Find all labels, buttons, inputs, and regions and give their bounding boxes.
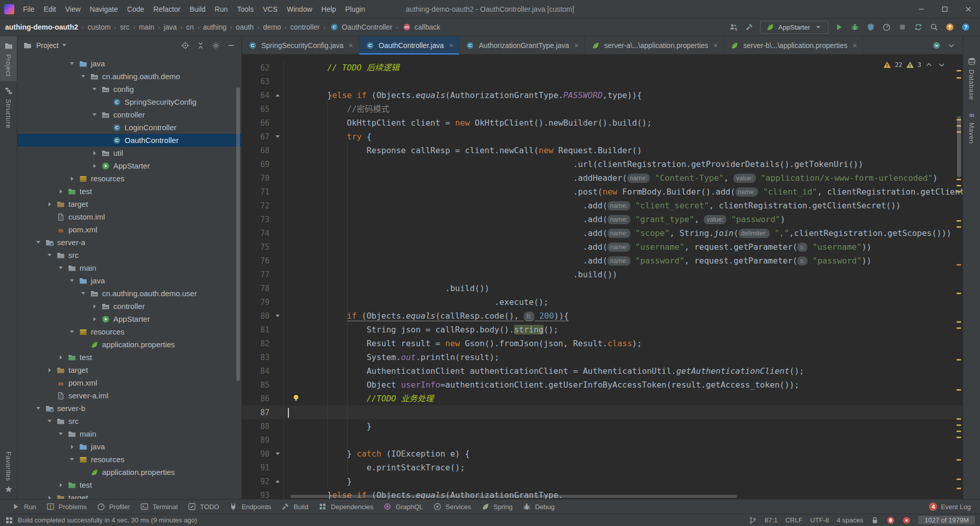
line-number[interactable]: 82 <box>242 339 272 348</box>
menu-vcs[interactable]: VCS <box>258 3 282 15</box>
code-line[interactable]: 62 // TODO 后续逻辑 <box>242 61 963 75</box>
stripe-warning-mark[interactable] <box>957 459 961 461</box>
code-line[interactable]: 88 } <box>242 419 963 433</box>
line-ending-selector[interactable]: CRLF <box>785 516 802 524</box>
tree-item[interactable]: application.properties <box>17 338 241 351</box>
line-number[interactable]: 91 <box>242 463 272 472</box>
collapse-icon[interactable] <box>195 40 206 51</box>
stripe-warning-mark[interactable] <box>957 185 961 186</box>
tool-window-button-terminal[interactable]: Terminal <box>135 499 182 514</box>
tree-item[interactable]: src <box>17 415 241 427</box>
tool-window-button-spring[interactable]: Spring <box>476 499 518 514</box>
tree-item[interactable]: config <box>17 83 241 95</box>
code-line[interactable]: 87 <box>242 405 963 419</box>
code-line-text[interactable]: //密码模式 <box>284 102 389 116</box>
gear-icon[interactable] <box>211 40 221 51</box>
tool-strip-tab-project[interactable]: Project <box>0 36 17 81</box>
code-line[interactable]: 68 Response callResp = client.newCall(ne… <box>242 144 963 157</box>
code-line[interactable]: 65 //密码模式 <box>242 102 963 116</box>
stripe-warning-mark[interactable] <box>957 359 961 361</box>
breadcrumb-item[interactable]: oauth <box>236 23 254 31</box>
tree-item[interactable]: controller <box>17 300 241 313</box>
line-number[interactable]: 90 <box>242 449 272 459</box>
editor-tab[interactable]: CSpringSecurityConfig.java× <box>242 36 359 54</box>
memory-indicator[interactable]: 1027 of 1979M <box>918 516 975 524</box>
code-line[interactable]: 67 try { <box>242 130 963 144</box>
tab-close-icon[interactable]: × <box>852 41 857 50</box>
code-line[interactable]: 73 .add(name: "grant_type", value: "pass… <box>242 212 963 226</box>
code-line-text[interactable]: .build()) <box>284 268 617 281</box>
line-number[interactable]: 76 <box>242 256 272 266</box>
inspections-widget[interactable]: 223 <box>879 59 949 71</box>
tree-item[interactable]: cn.authing.oauth.demo <box>17 70 241 83</box>
stripe-warning-mark[interactable] <box>957 321 961 323</box>
editor-tab[interactable]: CAuthorizationGrantType.java× <box>459 36 584 54</box>
tool-window-button-problems[interactable]: Problems <box>41 499 91 514</box>
tree-item[interactable]: java <box>17 440 241 453</box>
tree-chevron-icon[interactable] <box>68 62 76 65</box>
tree-item[interactable]: application.properties <box>17 466 241 479</box>
stripe-warning-mark[interactable] <box>957 70 961 71</box>
stripe-warning-mark[interactable] <box>957 418 961 420</box>
fold-marker[interactable] <box>272 309 284 323</box>
line-number[interactable]: 63 <box>242 77 272 86</box>
menu-refactor[interactable]: Refactor <box>149 3 185 15</box>
tool-window-button-todo[interactable]: TODO <box>182 499 224 514</box>
code-line-text[interactable]: OkHttpClient client = new OkHttpClient()… <box>284 116 652 130</box>
line-number[interactable]: 81 <box>242 325 272 334</box>
code-line-text[interactable]: .add(name: "grant_type", value: "passwor… <box>284 212 785 226</box>
code-line[interactable]: 91 e.printStackTrace(); <box>242 461 963 474</box>
tool-window-button-graphql[interactable]: GraphQL <box>378 499 427 514</box>
tab-close-icon[interactable]: × <box>349 41 353 50</box>
line-number[interactable]: 87 <box>242 408 272 417</box>
code-line[interactable]: 64 }else if (Objects.equals(Authorizatio… <box>242 88 963 102</box>
line-number[interactable]: 70 <box>242 174 272 183</box>
tree-chevron-icon[interactable] <box>57 433 64 435</box>
code-line[interactable]: 89 <box>242 433 963 447</box>
code-line-text[interactable]: .url(clientRegistration.getProviderDetai… <box>284 157 863 171</box>
tree-item[interactable]: server-a.iml <box>17 389 241 402</box>
tool-window-button-services[interactable]: Services <box>428 499 476 514</box>
code-line[interactable]: 85 Object userInfo=authenticationClient.… <box>242 378 963 392</box>
editor-tab[interactable]: server-a\...\application.properties× <box>585 36 724 54</box>
tree-item[interactable]: mpom.xml <box>17 223 241 236</box>
breadcrumb-item[interactable]: controller <box>290 23 320 31</box>
code-line-text[interactable]: //TODO 业务处理 <box>284 392 434 405</box>
tree-chevron-icon[interactable] <box>68 330 76 333</box>
code-line[interactable]: 83 System.out.println(result); <box>242 350 963 364</box>
stripe-warning-mark[interactable] <box>957 191 961 193</box>
breadcrumb-item[interactable]: authing <box>203 23 227 31</box>
caret-position[interactable]: 87:1 <box>765 516 777 524</box>
tree-chevron-icon[interactable] <box>35 241 42 244</box>
line-number[interactable]: 74 <box>242 229 272 238</box>
tree-item[interactable]: CSpringSecurityConfig <box>17 95 241 108</box>
tool-window-button-build[interactable]: Build <box>276 499 313 514</box>
tree-item[interactable]: target <box>17 491 241 499</box>
tree-item[interactable]: src <box>17 249 241 261</box>
code-line[interactable]: 79 .execute(); <box>242 295 963 309</box>
menu-edit[interactable]: Edit <box>39 3 61 15</box>
line-number[interactable]: 69 <box>242 160 272 169</box>
line-number[interactable]: 86 <box>242 394 272 403</box>
vcs-branch-icon[interactable] <box>749 516 757 524</box>
tree-chevron-icon[interactable] <box>91 88 98 90</box>
breadcrumb-item[interactable]: COauthController <box>329 22 393 32</box>
stripe-warning-mark[interactable] <box>957 293 961 294</box>
stripe-warning-mark[interactable] <box>957 77 961 79</box>
breadcrumb-item[interactable]: mcallback <box>402 22 440 32</box>
code-line[interactable]: 81 String json = callResp.body().string(… <box>242 323 963 337</box>
menu-file[interactable]: File <box>18 3 39 15</box>
tree-chevron-icon[interactable] <box>57 267 64 269</box>
tree-item[interactable]: main <box>17 427 241 440</box>
readonly-lock-icon[interactable] <box>871 516 879 524</box>
code-line[interactable]: 90 } catch (IOException e) { <box>242 447 963 461</box>
prev-warning-icon[interactable] <box>924 60 934 70</box>
stripe-warning-mark[interactable] <box>957 264 961 266</box>
tab-close-icon[interactable]: × <box>714 41 718 50</box>
encoding-selector[interactable]: UTF-8 <box>810 516 829 524</box>
code-editor[interactable]: 62 // TODO 后续逻辑6364 }else if (Objects.eq… <box>242 55 963 499</box>
code-line-text[interactable]: .add(name: "scope", String.join(delimite… <box>284 226 951 240</box>
tree-item[interactable]: server-a <box>17 236 241 249</box>
line-number[interactable]: 64 <box>242 91 272 100</box>
tree-chevron-icon[interactable] <box>57 355 64 360</box>
